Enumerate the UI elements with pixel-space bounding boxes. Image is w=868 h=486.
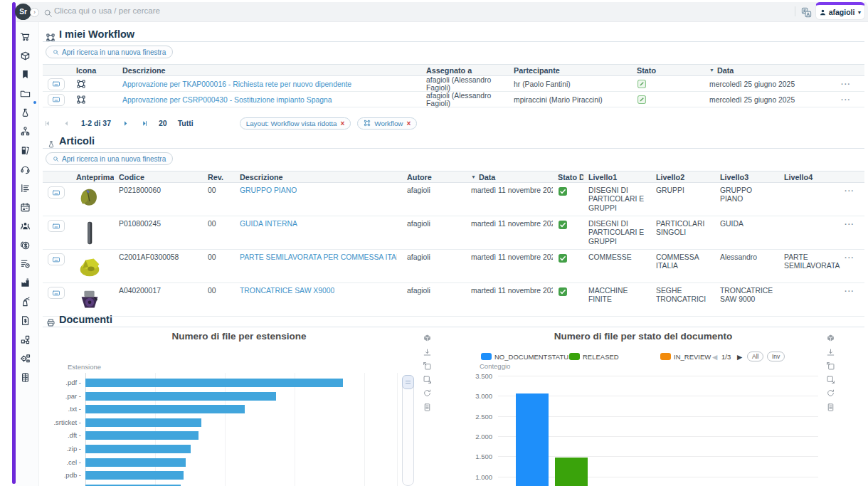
bar-par[interactable]	[85, 392, 276, 401]
remove-chip-icon[interactable]: ×	[406, 120, 411, 127]
bar-zip[interactable]	[85, 445, 191, 453]
app-logo[interactable]: Sr	[15, 4, 31, 20]
sidebar-item-flask[interactable]	[20, 105, 31, 117]
table-row[interactable]: P01080024500GUIDA INTERNAafagiolimartedì…	[43, 216, 864, 250]
sidebar-item-folder[interactable]	[20, 87, 31, 98]
sidebar-item-document-notes[interactable]	[20, 371, 31, 382]
legend-label[interactable]: IN_REVIEW	[674, 353, 711, 361]
previous-page-icon[interactable]	[63, 119, 70, 128]
chart-download-button[interactable]	[826, 345, 835, 358]
row-actions-button[interactable]: ···	[841, 95, 851, 104]
chart-zoom-in-button[interactable]	[826, 359, 835, 372]
item-link[interactable]: PARTE SEMILAVORATA PER COMMESSA ITALIA N…	[240, 253, 397, 262]
column-header[interactable]: Livello1	[583, 171, 651, 182]
sidebar-item-list-settings[interactable]	[20, 257, 31, 268]
column-header[interactable]	[43, 171, 71, 182]
bar-NO_DOCUMENTSTATUS[interactable]	[516, 393, 549, 486]
remove-chip-icon[interactable]: ×	[340, 120, 344, 127]
next-page-icon[interactable]	[122, 119, 129, 128]
chart-cube-button[interactable]	[826, 332, 835, 344]
expand-row-button[interactable]	[48, 94, 65, 106]
row-actions-button[interactable]: ···	[845, 220, 854, 229]
row-actions-button[interactable]: ···	[845, 186, 854, 196]
sidebar-item-finance-coin[interactable]	[20, 238, 31, 250]
column-header[interactable]: Codice	[114, 171, 203, 182]
legend-swatch[interactable]	[481, 353, 492, 360]
cell-anteprima[interactable]	[71, 183, 114, 216]
item-link[interactable]: TRONCATRICE SAW X9000	[240, 287, 334, 295]
sidebar-item-invoice-document[interactable]	[20, 314, 31, 325]
row-actions-button[interactable]: ···	[845, 287, 854, 296]
expand-row-button[interactable]	[48, 287, 65, 299]
sidebar-expand-button[interactable]: ›	[30, 8, 39, 17]
sidebar-item-team[interactable]	[20, 219, 31, 231]
legend-all-button[interactable]: All	[747, 352, 763, 361]
sidebar-item-support-headset[interactable]	[20, 162, 31, 174]
legend-prev-icon[interactable]: ◀	[712, 353, 717, 361]
expand-row-button[interactable]	[48, 78, 65, 90]
table-row[interactable]: A04020001700TRONCATRICE SAW X9000afagiol…	[43, 283, 864, 317]
legend-label[interactable]: RELEASED	[583, 353, 619, 361]
column-header[interactable]: Autore	[402, 171, 466, 182]
sidebar-item-archive[interactable]	[20, 144, 31, 155]
expand-row-button[interactable]	[48, 253, 65, 265]
column-header[interactable]: Descrizione	[117, 65, 421, 75]
expand-row-button[interactable]	[48, 186, 65, 199]
row-actions-button[interactable]: ···	[845, 253, 854, 263]
column-header[interactable]: Stato	[632, 65, 704, 75]
show-all-button[interactable]: Tutti	[178, 119, 194, 127]
column-header[interactable]: Stato Doc	[553, 171, 583, 182]
sidebar-item-calendar[interactable]	[20, 200, 31, 211]
bar-txt[interactable]	[85, 405, 245, 413]
item-link[interactable]: Approvazione per TKAP000016 - Richiesta …	[122, 80, 351, 88]
cell-anteprima[interactable]	[71, 216, 114, 249]
table-row[interactable]: C2001AF030005800PARTE SEMILAVORATA PER C…	[43, 250, 864, 283]
legend-label[interactable]: NO_DOCUMENTSTATUS	[494, 353, 573, 361]
chart-zoom-in-button[interactable]	[423, 359, 432, 372]
column-header[interactable]: Assegnato a	[421, 65, 509, 75]
legend-inverse-button[interactable]: Inv	[767, 352, 785, 361]
column-header[interactable]: ▼Data	[704, 65, 836, 75]
item-link[interactable]: GRUPPO PIANO	[240, 186, 297, 195]
last-page-icon[interactable]	[140, 119, 148, 128]
language-icon[interactable]	[801, 6, 812, 19]
chart-zoom-out-button[interactable]	[826, 373, 835, 386]
column-header[interactable]	[836, 65, 864, 75]
slider-handle[interactable]	[402, 375, 414, 389]
column-header[interactable]	[43, 65, 71, 75]
chart-zoom-slider[interactable]	[402, 375, 414, 486]
sidebar-item-tree-list[interactable]	[20, 181, 31, 193]
legend-swatch[interactable]	[660, 353, 671, 360]
sidebar-item-cart[interactable]	[20, 30, 31, 41]
sidebar-item-bookmark[interactable]	[20, 68, 31, 79]
table-row[interactable]: Approvazione per CSRP000430 - Sostituzio…	[43, 92, 864, 107]
column-header[interactable]: Partecipante	[509, 65, 632, 75]
legend-swatch[interactable]	[569, 353, 580, 360]
sidebar-item-hierarchy[interactable]	[20, 125, 31, 136]
column-header[interactable]: Anteprima	[71, 171, 114, 182]
column-header[interactable]: Descrizione	[235, 171, 402, 182]
table-row[interactable]: P02180006000GRUPPO PIANOafagiolimartedì …	[43, 183, 864, 216]
cell-anteprima[interactable]	[71, 250, 114, 282]
filter-chip[interactable]: Workflow×	[357, 117, 417, 130]
global-search-input[interactable]: Clicca qui o usa / per cercare	[54, 6, 160, 15]
chart-zoom-out-button[interactable]	[423, 373, 432, 386]
column-header[interactable]: Rev.	[203, 171, 235, 182]
chart-dataview-button[interactable]	[826, 401, 835, 413]
column-header[interactable]: ▼Data	[466, 171, 553, 182]
workflow-open-search-button[interactable]: Apri ricerca in una nuova finestra	[46, 46, 173, 58]
first-page-icon[interactable]	[44, 119, 52, 128]
table-row[interactable]: Approvazione per TKAP000016 - Richiesta …	[43, 76, 864, 92]
chart-refresh-button[interactable]	[423, 386, 432, 399]
legend-next-icon[interactable]: ▶	[737, 353, 742, 361]
page-size-button[interactable]: 20	[159, 119, 167, 127]
column-header[interactable]: Livello2	[651, 171, 715, 182]
chart-download-button[interactable]	[423, 345, 432, 358]
column-header[interactable]: Icona	[71, 65, 117, 75]
column-header[interactable]: Livello3	[715, 171, 779, 182]
row-actions-button[interactable]: ···	[841, 80, 851, 88]
sidebar-item-org-blocks[interactable]	[20, 333, 31, 344]
item-link[interactable]: Approvazione per CSRP000430 - Sostituzio…	[122, 96, 332, 104]
sidebar-item-package[interactable]	[20, 49, 31, 60]
column-header[interactable]	[840, 171, 864, 182]
